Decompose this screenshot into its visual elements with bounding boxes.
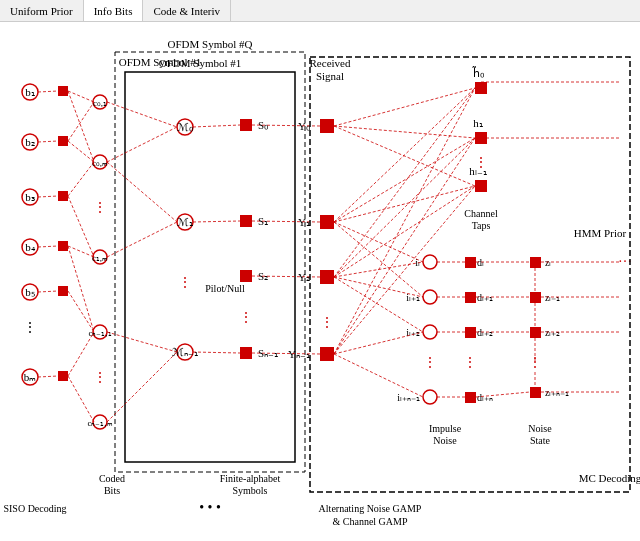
svg-text:h₁: h₁ (473, 117, 483, 129)
svg-rect-6 (58, 136, 68, 146)
svg-text:⋮: ⋮ (423, 355, 437, 370)
svg-text:Impulse: Impulse (429, 423, 462, 434)
svg-text:OFDM Symbol #1: OFDM Symbol #1 (119, 56, 202, 68)
svg-text:Alternating Noise GAMP: Alternating Noise GAMP (319, 503, 422, 514)
svg-rect-128 (465, 292, 476, 303)
svg-text:ℳ₁: ℳ₁ (177, 216, 193, 228)
svg-rect-101 (475, 82, 487, 94)
svg-text:Coded: Coded (99, 473, 125, 484)
svg-rect-19 (58, 371, 68, 381)
svg-text:⋮: ⋮ (239, 310, 253, 325)
svg-point-130 (423, 325, 437, 339)
svg-text:c₀,₁: c₀,₁ (93, 98, 107, 108)
svg-rect-138 (465, 392, 476, 403)
svg-rect-86 (320, 119, 334, 133)
svg-text:b₅: b₅ (25, 286, 35, 298)
svg-text:dₗ₊ₙ: dₗ₊ₙ (477, 392, 493, 403)
tab-code-interiv[interactable]: Code & Interiv (143, 0, 231, 21)
svg-text:SISO Decoding: SISO Decoding (3, 503, 66, 514)
svg-rect-90 (320, 270, 334, 284)
svg-text:Bits: Bits (104, 485, 120, 496)
diagram-svg: b₁ b₂ b₃ b₄ b₅ ⋮ bₘ (0, 22, 640, 541)
tab-bar: Uniform Prior Info Bits Code & Interiv (0, 0, 640, 22)
svg-text:zₗ₊ₙ₋₁: zₗ₊ₙ₋₁ (545, 387, 569, 398)
svg-text:Symbols: Symbols (232, 485, 267, 496)
svg-rect-15 (58, 286, 68, 296)
svg-text:b₁: b₁ (25, 86, 35, 98)
svg-rect-67 (240, 270, 252, 282)
svg-rect-157 (530, 327, 541, 338)
svg-text:hₗ₋₁: hₗ₋₁ (469, 165, 487, 177)
svg-text:⋮: ⋮ (463, 355, 477, 370)
svg-rect-153 (530, 257, 541, 268)
tab-uniform-prior[interactable]: Uniform Prior (0, 0, 84, 21)
svg-rect-12 (58, 241, 68, 251)
svg-text:⋮: ⋮ (320, 315, 334, 330)
svg-point-136 (423, 390, 437, 404)
svg-text:⋮: ⋮ (93, 370, 107, 385)
svg-text:•  •  •: • • • (199, 500, 221, 515)
svg-rect-155 (530, 292, 541, 303)
svg-text:& Channel GAMP: & Channel GAMP (333, 516, 408, 527)
svg-text:b₄: b₄ (25, 241, 36, 253)
svg-rect-88 (320, 215, 334, 229)
svg-rect-160 (530, 387, 541, 398)
main-container: Uniform Prior Info Bits Code & Interiv (0, 0, 640, 541)
svg-text:Signal: Signal (316, 70, 344, 82)
svg-rect-132 (465, 327, 476, 338)
svg-rect-93 (320, 347, 334, 361)
svg-rect-70 (240, 347, 252, 359)
svg-text:Taps: Taps (472, 220, 491, 231)
tab-info-bits[interactable]: Info Bits (84, 0, 144, 21)
svg-text:Noise: Noise (433, 435, 457, 446)
diagram-area: b₁ b₂ b₃ b₄ b₅ ⋮ bₘ (0, 22, 640, 541)
svg-text:⋮: ⋮ (178, 275, 192, 290)
svg-text:⋮: ⋮ (23, 320, 37, 335)
svg-text:zₗ: zₗ (545, 257, 551, 268)
svg-text:⋮: ⋮ (93, 200, 107, 215)
svg-text:zₗ₋₁: zₗ₋₁ (545, 292, 560, 303)
svg-text:b₃: b₃ (25, 191, 35, 203)
svg-text:c₀,ₘ: c₀,ₘ (92, 158, 108, 168)
svg-rect-3 (58, 86, 68, 96)
svg-text:Received: Received (310, 57, 351, 69)
svg-text:Finite-alphabet: Finite-alphabet (220, 473, 281, 484)
svg-text:State: State (530, 435, 551, 446)
svg-rect-52 (125, 72, 295, 462)
svg-text:b₂: b₂ (25, 136, 35, 148)
svg-point-126 (423, 290, 437, 304)
svg-text:Noise: Noise (528, 423, 552, 434)
svg-text:OFDM Symbol #Q: OFDM Symbol #Q (168, 38, 253, 50)
svg-text:h̃₀: h̃₀ (472, 66, 485, 79)
svg-text:iₗ₊₂: iₗ₊₂ (406, 327, 420, 338)
svg-text:cₙ₋₁,ₘ: cₙ₋₁,ₘ (87, 418, 112, 428)
svg-text:ℳ₀: ℳ₀ (177, 121, 194, 133)
svg-text:Pilot/Null: Pilot/Null (205, 283, 245, 294)
svg-rect-106 (475, 180, 487, 192)
svg-text:c₁,ₘ: c₁,ₘ (92, 253, 108, 263)
svg-rect-63 (240, 119, 252, 131)
svg-text:HMM Prior: HMM Prior (574, 227, 627, 239)
svg-text:zₗ₊₂: zₗ₊₂ (545, 327, 560, 338)
svg-text:Channel: Channel (464, 208, 498, 219)
svg-rect-9 (58, 191, 68, 201)
svg-point-122 (423, 255, 437, 269)
svg-text:⋮: ⋮ (528, 355, 542, 370)
svg-rect-124 (465, 257, 476, 268)
svg-text:MC Decoding: MC Decoding (579, 472, 640, 484)
svg-text:dₗ: dₗ (477, 257, 484, 268)
svg-text:dₗ₊₁: dₗ₊₁ (477, 292, 493, 303)
svg-text:bₘ: bₘ (24, 371, 37, 383)
svg-text:cₙ₋₁,₁: cₙ₋₁,₁ (88, 328, 111, 338)
svg-text:dₗ₊₂: dₗ₊₂ (477, 327, 493, 338)
svg-rect-65 (240, 215, 252, 227)
